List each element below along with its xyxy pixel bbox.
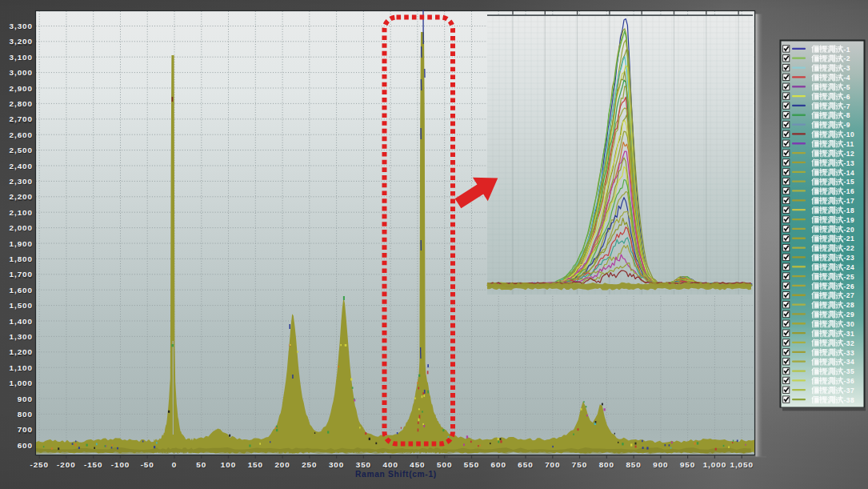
svg-text:600: 600	[491, 460, 506, 469]
svg-text:-9: -9	[844, 121, 850, 129]
svg-text:-31: -31	[844, 330, 855, 338]
svg-text:500: 500	[437, 460, 452, 469]
svg-text:-1: -1	[844, 46, 850, 54]
svg-text:-20: -20	[844, 226, 855, 234]
svg-text:1,000: 1,000	[703, 460, 726, 469]
svg-text:250: 250	[302, 460, 317, 469]
svg-text:-16: -16	[844, 187, 855, 195]
svg-text:-11: -11	[844, 140, 854, 148]
svg-text:0: 0	[172, 460, 177, 469]
svg-text:-33: -33	[844, 349, 855, 357]
svg-text:1,400: 1,400	[10, 317, 33, 326]
svg-text:-5: -5	[844, 83, 850, 91]
svg-text:200: 200	[274, 460, 290, 469]
svg-text:900: 900	[18, 395, 33, 403]
svg-text:Raman Shift(cm-1): Raman Shift(cm-1)	[355, 470, 437, 479]
svg-text:2,000: 2,000	[10, 223, 33, 232]
svg-text:2,600: 2,600	[10, 130, 33, 139]
svg-text:1,200: 1,200	[10, 347, 33, 356]
svg-text:-30: -30	[844, 320, 855, 328]
svg-text:2,900: 2,900	[10, 84, 33, 93]
svg-text:2,800: 2,800	[10, 99, 33, 108]
svg-text:-23: -23	[844, 254, 855, 262]
svg-text:100: 100	[221, 460, 236, 469]
svg-text:-38: -38	[844, 396, 855, 404]
svg-text:150: 150	[248, 460, 263, 469]
svg-text:800: 800	[599, 460, 614, 469]
svg-text:2,200: 2,200	[10, 192, 33, 201]
svg-text:-19: -19	[844, 216, 855, 224]
svg-text:-29: -29	[844, 311, 855, 319]
svg-text:-14: -14	[844, 169, 855, 177]
svg-text:550: 550	[464, 460, 479, 469]
svg-text:1,900: 1,900	[10, 239, 33, 248]
svg-text:600: 600	[18, 441, 33, 450]
svg-text:1,100: 1,100	[10, 363, 33, 372]
svg-text:1,500: 1,500	[10, 301, 33, 310]
svg-text:-36: -36	[844, 377, 855, 385]
svg-text:-13: -13	[844, 159, 855, 167]
svg-text:750: 750	[572, 460, 587, 469]
svg-text:-250: -250	[30, 460, 49, 469]
svg-text:-37: -37	[844, 387, 855, 395]
svg-text:2,500: 2,500	[10, 146, 33, 154]
svg-text:3,000: 3,000	[10, 68, 33, 77]
svg-text:-32: -32	[844, 339, 855, 347]
svg-text:-26: -26	[844, 283, 855, 291]
svg-text:1,000: 1,000	[10, 379, 33, 387]
svg-text:1,700: 1,700	[10, 270, 33, 279]
svg-text:1,800: 1,800	[10, 255, 33, 263]
svg-text:1,300: 1,300	[10, 332, 33, 341]
svg-text:3,100: 3,100	[10, 53, 33, 62]
svg-text:450: 450	[410, 460, 425, 469]
svg-text:-8: -8	[844, 111, 850, 119]
svg-text:400: 400	[383, 460, 398, 469]
svg-text:-22: -22	[844, 244, 855, 252]
svg-text:-15: -15	[844, 178, 855, 186]
svg-text:-6: -6	[844, 93, 850, 101]
svg-text:-4: -4	[844, 74, 850, 82]
svg-text:-35: -35	[844, 367, 855, 375]
svg-text:850: 850	[626, 460, 641, 469]
svg-text:2,300: 2,300	[10, 177, 33, 186]
svg-text:-17: -17	[844, 197, 855, 205]
svg-text:2,100: 2,100	[10, 208, 33, 217]
svg-text:-24: -24	[844, 263, 855, 271]
svg-text:-10: -10	[844, 130, 855, 138]
svg-text:-28: -28	[844, 301, 855, 309]
svg-text:-12: -12	[844, 150, 855, 158]
svg-text:-3: -3	[844, 64, 850, 72]
svg-text:-100: -100	[111, 460, 130, 469]
svg-text:-27: -27	[844, 291, 855, 299]
svg-text:700: 700	[545, 460, 560, 469]
svg-text:650: 650	[518, 460, 533, 469]
svg-text:800: 800	[18, 410, 33, 419]
svg-text:3,300: 3,300	[10, 22, 33, 30]
svg-text:900: 900	[653, 460, 668, 469]
svg-text:50: 50	[196, 460, 206, 469]
svg-text:2,400: 2,400	[10, 162, 33, 170]
svg-text:700: 700	[18, 425, 33, 434]
svg-text:-2: -2	[844, 54, 850, 62]
svg-text:2,700: 2,700	[10, 114, 33, 123]
svg-text:1,600: 1,600	[10, 286, 33, 295]
svg-text:-34: -34	[844, 358, 855, 366]
svg-text:-21: -21	[844, 234, 855, 242]
svg-text:350: 350	[356, 460, 371, 469]
svg-text:-18: -18	[844, 206, 855, 214]
svg-text:-50: -50	[141, 460, 154, 469]
svg-text:950: 950	[680, 460, 695, 469]
svg-text:3,200: 3,200	[10, 37, 33, 46]
svg-text:-150: -150	[84, 460, 103, 469]
svg-text:300: 300	[329, 460, 344, 469]
svg-text:-7: -7	[844, 102, 850, 110]
svg-text:-25: -25	[844, 273, 855, 281]
svg-text:1,050: 1,050	[730, 460, 753, 469]
svg-text:-200: -200	[57, 460, 76, 469]
